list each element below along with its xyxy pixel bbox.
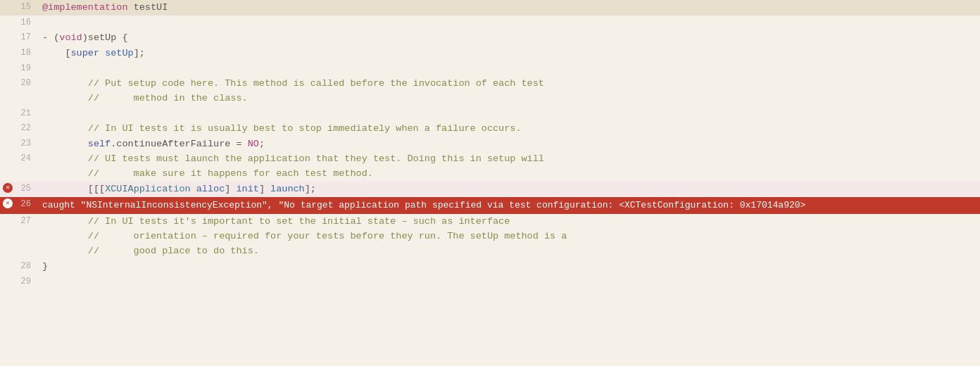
code-line-25: ✕ 25 [[[XCUIApplication alloc] init] lau… (0, 182, 980, 197)
code-line-17: 17 - (void)setUp { (0, 30, 980, 46)
code-content-20: // Put setup code here. This method is c… (37, 76, 980, 106)
code-line-26-error: ✕ 26 caught "NSInternalInconsistencyExce… (0, 197, 980, 214)
line-gutter-17: 17 (0, 30, 37, 44)
line-gutter-28: 28 (0, 259, 37, 273)
code-line-20: 20 // Put setup code here. This method i… (0, 76, 980, 106)
error-icon-25: ✕ (3, 183, 13, 193)
code-line-29: 29 (0, 274, 980, 289)
code-line-23: 23 self.continueAfterFailure = NO; (0, 137, 980, 152)
code-content-19 (37, 61, 980, 62)
code-line-27: 27 // In UI tests it's important to set … (0, 214, 980, 259)
code-editor: 15 @implementation testUI 16 17 - (void)… (0, 0, 980, 366)
code-line-24: 24 // UI tests must launch the applicati… (0, 151, 980, 182)
code-content-27: // In UI tests it's important to set the… (37, 214, 980, 259)
code-line-16: 16 (0, 15, 980, 30)
code-content-18: [super setUp]; (37, 46, 980, 61)
line-gutter-29: 29 (0, 274, 37, 289)
line-gutter-15: 15 (0, 0, 37, 14)
code-content-15: @implementation testUI (37, 0, 980, 15)
line-gutter-27: 27 (0, 214, 37, 228)
code-line-18: 18 [super setUp]; (0, 46, 980, 61)
line-gutter-26: ✕ 26 (0, 197, 37, 211)
line-gutter-21: 21 (0, 106, 37, 120)
line-gutter-25: ✕ 25 (0, 182, 37, 196)
code-content-17: - (void)setUp { (37, 30, 980, 46)
code-line-28: 28 } (0, 259, 980, 274)
line-gutter-22: 22 (0, 121, 37, 135)
line-gutter-20: 20 (0, 76, 37, 90)
line-gutter-23: 23 (0, 137, 37, 151)
code-content-23: self.continueAfterFailure = NO; (37, 137, 980, 152)
line-gutter-16: 16 (0, 15, 37, 30)
line-gutter-19: 19 (0, 61, 37, 75)
code-line-22: 22 // In UI tests it is usually best to … (0, 121, 980, 137)
line-gutter-24: 24 (0, 151, 37, 165)
code-content-16 (37, 15, 980, 16)
code-content-25: [[[XCUIApplication alloc] init] launch]; (37, 182, 980, 197)
line-gutter-18: 18 (0, 46, 37, 60)
code-content-28: } (37, 259, 980, 274)
error-icon-26: ✕ (3, 198, 13, 208)
code-line-19: 19 (0, 61, 980, 76)
error-message-content: caught "NSInternalInconsistencyException… (37, 197, 980, 214)
code-content-22: // In UI tests it is usually best to sto… (37, 121, 980, 137)
code-content-24: // UI tests must launch the application … (37, 151, 980, 182)
code-content-29 (37, 274, 980, 275)
code-line-21: 21 (0, 106, 980, 121)
code-content-21 (37, 106, 980, 107)
code-line-15: 15 @implementation testUI (0, 0, 980, 15)
